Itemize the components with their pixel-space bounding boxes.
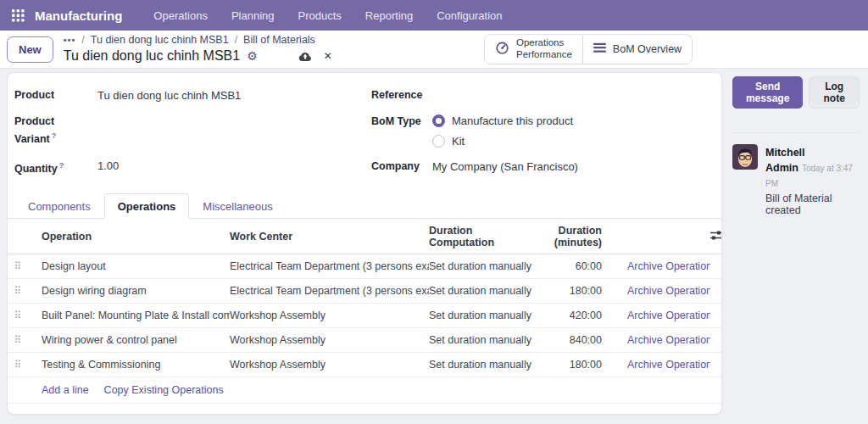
archive-operation-link[interactable]: Archive Operation <box>609 359 710 371</box>
product-variant-label: Product Variant? <box>14 114 89 147</box>
form-right-column: Reference BoM Type Manufacture this prod… <box>364 88 715 176</box>
optional-columns-icon[interactable] <box>710 224 722 248</box>
table-row[interactable]: ⠿ Design wiring diagram Electrical Team … <box>8 279 721 304</box>
menu-products[interactable]: Products <box>289 9 351 22</box>
drag-handle-icon[interactable]: ⠿ <box>8 359 35 371</box>
bom-overview-button[interactable]: BoM Overview <box>582 35 692 64</box>
discard-icon[interactable]: ✕ <box>324 50 332 62</box>
cell-duration-computation: Set duration manually <box>429 359 537 371</box>
chatter-divider <box>732 132 860 133</box>
bom-type-label: BoM Type <box>371 114 424 148</box>
header-operation[interactable]: Operation <box>35 225 230 248</box>
tab-operations[interactable]: Operations <box>104 193 190 219</box>
product-label: Product <box>14 88 89 103</box>
help-icon: ? <box>59 161 64 170</box>
table-row[interactable]: ⠿ Design layout Electrical Team Departme… <box>8 254 721 279</box>
reference-field[interactable] <box>432 88 715 103</box>
bom-type-radio-group: Manufacture this product Kit <box>432 114 715 148</box>
send-message-button[interactable]: Send message <box>732 76 803 109</box>
cell-duration-computation: Set duration manually <box>429 310 537 321</box>
list-icon <box>593 43 606 56</box>
cell-duration: 180:00 <box>537 285 609 297</box>
table-total-row: 1680:00 <box>8 404 721 415</box>
cell-duration: 180:00 <box>537 359 609 371</box>
help-icon: ? <box>52 131 57 140</box>
gear-icon[interactable]: ⚙ <box>247 49 258 63</box>
form-sheet: Product Tu dien dong luc chinh MSB1 Prod… <box>8 73 721 176</box>
chatter-panel: Send message Log note Mitchell AdminToda… <box>732 72 861 216</box>
table-row[interactable]: ⠿ Wiring power & control panel Workshop … <box>8 328 721 353</box>
product-variant-field[interactable] <box>97 114 364 147</box>
chatter-message[interactable]: Mitchell AdminToday at 3:47 PM Bill of M… <box>732 144 860 216</box>
new-button[interactable]: New <box>7 36 53 63</box>
cell-duration: 420:00 <box>537 310 609 321</box>
header-duration[interactable]: Duration (minutes) <box>537 219 609 254</box>
apps-grid-icon[interactable] <box>12 9 25 22</box>
cell-operation: Design layout <box>35 260 230 272</box>
app-name[interactable]: Manufacturing <box>35 8 122 23</box>
notebook-tabs: Components Operations Miscellaneous <box>8 192 721 219</box>
cell-duration: 60:00 <box>537 260 609 272</box>
breadcrumb-parent-link[interactable]: Tu dien dong luc chinh MSB1 <box>91 34 229 46</box>
menu-reporting[interactable]: Reporting <box>356 9 422 22</box>
company-field[interactable]: My Company (San Francisco) <box>432 159 715 174</box>
drag-handle-icon[interactable]: ⠿ <box>8 260 35 272</box>
cell-operation: Testing & Commissioning <box>35 359 230 371</box>
radio-kit[interactable]: Kit <box>432 135 715 148</box>
menu-configuration[interactable]: Configuration <box>427 9 511 22</box>
reference-label: Reference <box>371 88 424 103</box>
breadcrumb-ellipsis-button[interactable]: ••• <box>64 35 76 45</box>
cell-duration-computation: Set duration manually <box>429 285 537 297</box>
cell-operation: Design wiring diagram <box>35 285 230 297</box>
tab-components[interactable]: Components <box>14 193 104 219</box>
company-label: Company <box>371 159 424 174</box>
quantity-label: Quantity? <box>14 159 89 176</box>
duration-total: 1680:00 <box>537 413 609 415</box>
cell-work-center: Electrical Team Department (3 persons ex… <box>230 285 429 297</box>
radio-unselected-icon <box>432 135 445 148</box>
menu-planning[interactable]: Planning <box>222 9 284 22</box>
operations-performance-button[interactable]: Operations Performance <box>485 35 582 64</box>
radio-selected-icon <box>432 114 445 127</box>
archive-operation-link[interactable]: Archive Operation <box>609 260 710 272</box>
drag-handle-icon[interactable]: ⠿ <box>8 310 35 321</box>
archive-operation-link[interactable]: Archive Operation <box>609 334 710 346</box>
quantity-field[interactable]: 1.00 <box>97 159 364 176</box>
drag-handle-icon[interactable]: ⠿ <box>8 285 35 297</box>
table-row[interactable]: ⠿ Testing & Commissioning Workshop Assem… <box>8 353 721 377</box>
cell-duration-computation: Set duration manually <box>429 260 537 272</box>
page-body: Product Tu dien dong luc chinh MSB1 Prod… <box>0 69 868 415</box>
breadcrumb-title-block: ••• / Tu dien dong luc chinh MSB1 / Bill… <box>64 33 332 65</box>
bom-form-card: Product Tu dien dong luc chinh MSB1 Prod… <box>7 72 722 415</box>
add-a-line-link[interactable]: Add a line <box>42 384 89 396</box>
menu-operations[interactable]: Operations <box>144 9 217 22</box>
chatter-buttons: Send message Log note <box>732 76 860 109</box>
message-body: Bill of Material created <box>765 192 860 216</box>
cell-work-center: Electrical Team Department (3 persons ex… <box>230 260 429 272</box>
table-header-row: Operation Work Center Duration Computati… <box>8 219 721 254</box>
save-cloud-icon[interactable] <box>298 51 312 62</box>
cell-work-center: Workshop Assembly <box>230 334 429 346</box>
cell-work-center: Workshop Assembly <box>230 359 429 371</box>
radio-manufacture-this-product[interactable]: Manufacture this product <box>432 114 715 127</box>
header-duration-computation[interactable]: Duration Computation <box>429 219 537 254</box>
cell-operation: Built Panel: Mounting Plate & Install co… <box>35 310 230 321</box>
header-work-center[interactable]: Work Center <box>230 225 429 248</box>
tab-miscellaneous[interactable]: Miscellaneous <box>189 193 286 219</box>
table-row[interactable]: ⠿ Built Panel: Mounting Plate & Install … <box>8 304 721 328</box>
operations-performance-label: Operations Performance <box>516 37 572 61</box>
breadcrumb: ••• / Tu dien dong luc chinh MSB1 / Bill… <box>64 33 332 47</box>
message-author: Mitchell AdminToday at 3:47 PM <box>765 147 853 189</box>
avatar[interactable] <box>732 144 758 170</box>
archive-operation-link[interactable]: Archive Operation <box>609 310 710 321</box>
product-field[interactable]: Tu dien dong luc chinh MSB1 <box>97 88 364 103</box>
record-title-row: Tu dien dong luc chinh MSB1 ⚙ ✕ <box>64 47 332 65</box>
archive-operation-link[interactable]: Archive Operation <box>609 285 710 297</box>
log-note-button[interactable]: Log note <box>809 76 860 109</box>
operations-table: Operation Work Center Duration Computati… <box>8 219 721 415</box>
copy-existing-operations-link[interactable]: Copy Existing Operations <box>104 384 224 396</box>
drag-handle-icon[interactable]: ⠿ <box>8 334 35 346</box>
breadcrumb-separator: / <box>235 34 237 46</box>
breadcrumb-current: Bill of Materials <box>243 34 315 46</box>
table-footer-links: Add a line Copy Existing Operations <box>8 377 721 404</box>
